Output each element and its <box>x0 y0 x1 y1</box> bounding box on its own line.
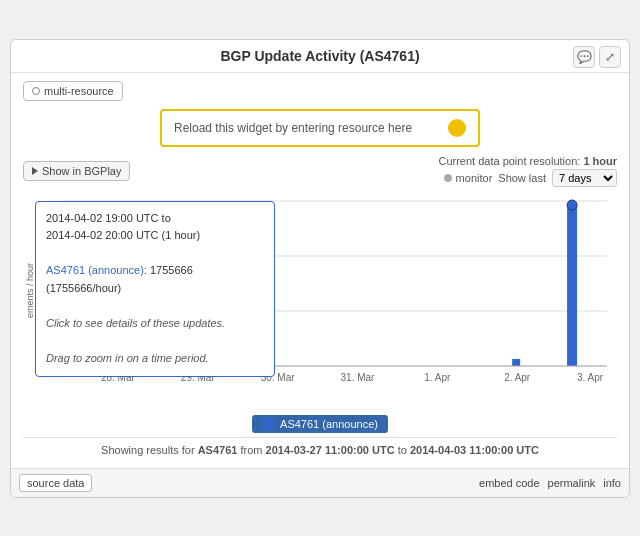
permalink-link[interactable]: permalink <box>548 477 596 489</box>
embed-code-link[interactable]: embed code <box>479 477 540 489</box>
resolution-label: Current data point resolution: 1 hour <box>438 155 617 167</box>
monitor-badge: monitor <box>444 172 493 184</box>
controls-right: monitor Show last 7 days 1 day 30 days <box>444 169 617 187</box>
expand-icon: ⤢ <box>605 50 615 64</box>
expand-icon-button[interactable]: ⤢ <box>599 46 621 68</box>
legend-color-box <box>262 418 274 430</box>
svg-text:1. Apr: 1. Apr <box>424 371 451 382</box>
svg-text:2. Apr: 2. Apr <box>504 371 531 382</box>
svg-rect-7 <box>567 205 577 366</box>
show-last-label: Show last <box>498 172 546 184</box>
multi-resource-label: multi-resource <box>44 85 114 97</box>
resolution-value: 1 hour <box>583 155 617 167</box>
tooltip-asn-value: AS4761 (announce): 1755666 (1755666/hour… <box>46 262 264 297</box>
chat-icon: 💬 <box>577 50 592 64</box>
chart-area: ements / hour 2000000 1500000 0 <box>23 191 617 411</box>
footer-showing-text: Showing results for AS4761 from 2014-03-… <box>101 444 539 456</box>
tooltip-time-range: 2014-04-02 19:00 UTC to <box>46 210 264 228</box>
widget-container: BGP Update Activity (AS4761) 💬 ⤢ multi-r… <box>10 39 630 498</box>
svg-text:31. Mar: 31. Mar <box>341 371 375 382</box>
chat-icon-button[interactable]: 💬 <box>573 46 595 68</box>
widget-header: BGP Update Activity (AS4761) 💬 ⤢ <box>11 40 629 73</box>
resource-input-dot <box>448 119 466 137</box>
header-icons: 💬 ⤢ <box>573 46 621 68</box>
show-last-select[interactable]: 7 days 1 day 30 days <box>552 169 617 187</box>
bgplay-label: Show in BGPlay <box>42 165 121 177</box>
monitor-dot-icon <box>444 174 452 182</box>
source-data-button[interactable]: source data <box>19 474 92 492</box>
widget-footer: source data embed code permalink info <box>11 468 629 497</box>
tooltip-box: 2014-04-02 19:00 UTC to 2014-04-02 20:00… <box>35 201 275 377</box>
svg-point-9 <box>567 200 577 210</box>
right-controls: Current data point resolution: 1 hour mo… <box>438 155 617 187</box>
tooltip-hint1: Click to see details of these updates. <box>46 315 264 333</box>
legend-label: AS4761 (announce) <box>280 418 378 430</box>
svg-rect-8 <box>512 359 520 366</box>
bgplay-button[interactable]: Show in BGPlay <box>23 161 130 181</box>
y-axis-label: ements / hour <box>25 263 35 318</box>
footer-info-text: Showing results for AS4761 from 2014-03-… <box>23 437 617 460</box>
circle-icon <box>32 87 40 95</box>
page-title: BGP Update Activity (AS4761) <box>220 48 419 64</box>
controls-row-top: Show in BGPlay Current data point resolu… <box>23 155 617 187</box>
monitor-label: monitor <box>456 172 493 184</box>
widget-body: multi-resource Reload this widget by ent… <box>11 73 629 468</box>
tooltip-time-range2: 2014-04-02 20:00 UTC (1 hour) <box>46 227 264 245</box>
tooltip-hint2: Drag to zoom in on a time period. <box>46 350 264 368</box>
resource-input-placeholder: Reload this widget by entering resource … <box>174 121 412 135</box>
legend-item: AS4761 (announce) <box>252 415 388 433</box>
resource-input-area[interactable]: Reload this widget by entering resource … <box>160 109 480 147</box>
info-link[interactable]: info <box>603 477 621 489</box>
play-icon <box>32 167 38 175</box>
tooltip-asn: AS4761 (announce): <box>46 264 147 276</box>
chart-legend: AS4761 (announce) <box>23 415 617 433</box>
svg-text:3. Apr: 3. Apr <box>577 371 604 382</box>
multi-resource-button[interactable]: multi-resource <box>23 81 123 101</box>
footer-links: embed code permalink info <box>479 477 621 489</box>
